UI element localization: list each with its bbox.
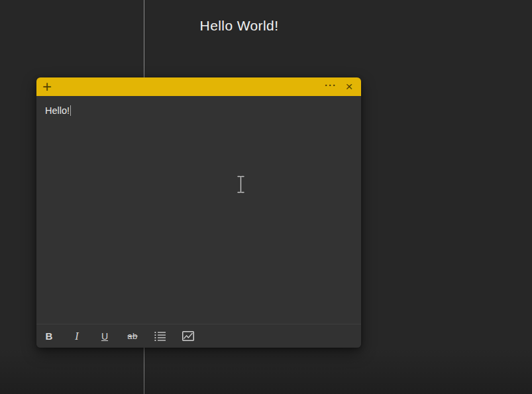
bold-button[interactable]: B xyxy=(40,327,58,346)
close-icon: × xyxy=(345,79,352,94)
italic-icon: I xyxy=(75,330,78,342)
more-options-button[interactable]: ··· xyxy=(321,77,340,96)
bold-icon: B xyxy=(46,330,53,342)
ellipsis-icon: ··· xyxy=(325,82,337,89)
plus-icon: + xyxy=(42,79,52,95)
desktop: { "desktop": { "heading": "Hello World!"… xyxy=(0,0,532,394)
page-heading: Hello World! xyxy=(200,18,279,34)
sticky-note-window: + ··· × Hello! B I U xyxy=(36,77,361,348)
bullet-list-icon xyxy=(154,331,166,342)
new-note-button[interactable]: + xyxy=(38,77,56,96)
bullet-list-button[interactable] xyxy=(151,327,170,346)
text-caret xyxy=(70,105,71,116)
note-editor[interactable]: Hello! xyxy=(36,96,361,324)
italic-button[interactable]: I xyxy=(68,327,86,346)
strikethrough-button[interactable]: ab xyxy=(123,327,142,346)
note-titlebar[interactable]: + ··· × xyxy=(36,77,361,96)
bottom-shade xyxy=(0,348,532,394)
underline-icon: U xyxy=(101,331,108,342)
formatting-toolbar: B I U ab xyxy=(36,324,361,348)
note-text: Hello! xyxy=(45,105,70,116)
insert-image-icon xyxy=(182,331,194,341)
insert-image-button[interactable] xyxy=(179,327,197,346)
close-note-button[interactable]: × xyxy=(340,77,358,96)
underline-button[interactable]: U xyxy=(95,327,114,346)
ibeam-cursor xyxy=(237,175,245,193)
strikethrough-icon: ab xyxy=(127,331,137,341)
